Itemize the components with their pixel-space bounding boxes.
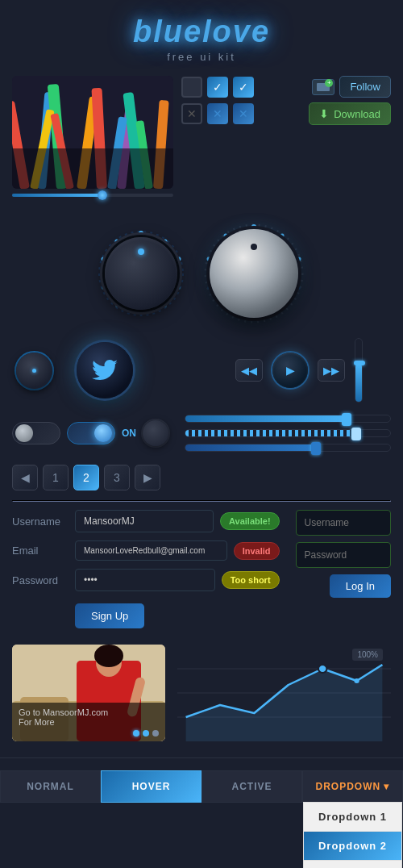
small-knob-wrap xyxy=(16,353,52,389)
toggle-thumb-off xyxy=(15,424,33,442)
svg-point-28 xyxy=(297,286,301,290)
dropdown-item-2[interactable]: Dropdown 2 xyxy=(304,832,401,861)
username-badge: Available! xyxy=(220,512,280,530)
svg-point-21 xyxy=(102,257,106,261)
slider-2[interactable] xyxy=(185,429,391,437)
page-2[interactable]: 2 xyxy=(73,465,99,490)
twitter-playback-section: ◀◀ ▶ ▶▶ xyxy=(0,334,403,407)
svg-point-18 xyxy=(177,286,181,290)
login-button[interactable]: Log In xyxy=(330,574,391,598)
slider-2-fill xyxy=(185,430,359,436)
svg-point-19 xyxy=(164,304,167,307)
email-input[interactable] xyxy=(75,540,227,561)
password-input[interactable] xyxy=(75,569,215,591)
svg-point-15 xyxy=(139,231,143,236)
media-controls-right: ✓ ✓ + Follow ✕ ✕ xyxy=(181,76,391,205)
slider-2-thumb xyxy=(351,428,361,440)
tab-active[interactable]: ACTIVE xyxy=(202,770,302,803)
checkbox-x1[interactable]: ✕ xyxy=(181,103,202,124)
play-button[interactable]: ▶ xyxy=(272,353,308,388)
checkbox-2[interactable]: ✓ xyxy=(207,77,228,98)
media-section: ✓ ✓ + Follow ✕ ✕ xyxy=(0,68,403,213)
checkbox-row-2: ✕ ✕ ✕ ⬇ Download xyxy=(181,102,391,125)
checkbox-3[interactable]: ✓ xyxy=(233,77,254,98)
sliders-column xyxy=(185,415,391,452)
page-3[interactable]: 3 xyxy=(104,465,130,490)
toggle-knob-small[interactable] xyxy=(143,420,168,446)
pagination-section: ◀ 1 2 3 ▶ xyxy=(0,460,403,500)
slider-3-thumb xyxy=(311,442,321,455)
download-label: Download xyxy=(334,108,380,120)
knob-indicator xyxy=(138,248,144,255)
username-label: Username xyxy=(12,515,69,528)
toggle-slider-section: ON xyxy=(0,407,403,460)
media-thumbnail xyxy=(12,76,173,189)
svg-point-31 xyxy=(207,286,210,290)
email-label: Email xyxy=(12,545,69,557)
password-badge: Too short xyxy=(222,571,280,589)
knob-dark[interactable] xyxy=(105,237,177,310)
password-label: Password xyxy=(12,574,69,586)
media-progress-bar[interactable] xyxy=(12,194,173,205)
slider-1[interactable] xyxy=(185,415,391,423)
media2-chart-section: Go to MansoorMJ.com For More 100% xyxy=(0,636,403,749)
toggle-on-label: ON xyxy=(122,428,136,439)
dot-3 xyxy=(152,730,159,737)
knobs-section xyxy=(0,213,403,334)
username-row: Username Available! xyxy=(12,510,280,532)
svg-rect-13 xyxy=(12,148,173,189)
dot-2 xyxy=(143,730,149,737)
form-right: Log In xyxy=(296,510,391,628)
toggle-on[interactable] xyxy=(67,422,115,444)
tab-hover[interactable]: HOVER xyxy=(101,770,202,803)
tab-dropdown[interactable]: DROPDOWN ▾ Dropdown 1 Dropdown 2 Dropdow… xyxy=(302,770,403,803)
chart-area: 100% xyxy=(177,645,391,741)
volume-fill xyxy=(355,364,362,402)
forward-button[interactable]: ▶▶ xyxy=(318,359,345,382)
volume-thumb xyxy=(354,361,365,365)
download-button[interactable]: ⬇ Download xyxy=(309,102,391,125)
header: bluelove free ui kit xyxy=(0,0,403,68)
app-title: bluelove xyxy=(0,15,403,49)
checkbox-x3[interactable]: ✕ xyxy=(233,103,254,124)
rewind-button[interactable]: ◀◀ xyxy=(235,359,263,382)
password-row: Password Too short xyxy=(12,569,280,591)
toggle-thumb-on xyxy=(94,424,112,442)
media-player-left xyxy=(12,76,173,205)
checkbox-row-1: ✓ ✓ + Follow xyxy=(181,76,391,98)
follow-label: Follow xyxy=(350,81,380,93)
svg-point-45 xyxy=(318,665,327,673)
dropdown-menu: Dropdown 1 Dropdown 2 Dropdown 3 xyxy=(303,802,402,868)
knob-silver[interactable] xyxy=(210,229,298,318)
small-knob[interactable] xyxy=(16,353,52,389)
media2-dots xyxy=(19,730,159,737)
media2-overlay-subtext: For More xyxy=(19,717,159,727)
toggle-off[interactable] xyxy=(12,422,60,444)
dropdown-item-3[interactable]: Dropdown 3 xyxy=(304,861,401,868)
nav-tabs: NORMAL HOVER ACTIVE DROPDOWN ▾ Dropdown … xyxy=(0,770,403,803)
checkbox-x2[interactable]: ✕ xyxy=(207,103,228,124)
slider-1-fill xyxy=(185,415,349,422)
page-next[interactable]: ▶ xyxy=(135,465,160,490)
twitter-button[interactable] xyxy=(77,342,133,399)
follow-button[interactable]: Follow xyxy=(339,76,391,98)
email-badge: Invalid xyxy=(234,542,280,560)
slider-3[interactable] xyxy=(185,444,391,452)
page-prev[interactable]: ◀ xyxy=(12,465,38,490)
login-password[interactable] xyxy=(296,542,391,568)
checkbox-1[interactable] xyxy=(181,77,202,98)
app-subtitle: free ui kit xyxy=(0,51,403,63)
tab-normal[interactable]: NORMAL xyxy=(0,770,101,803)
dropdown-item-1[interactable]: Dropdown 1 xyxy=(304,803,401,832)
media2-overlay-text: Go to MansoorMJ.com xyxy=(19,707,159,717)
svg-point-27 xyxy=(297,257,301,261)
page-1[interactable]: 1 xyxy=(43,465,69,490)
volume-slider[interactable] xyxy=(355,338,363,403)
username-input[interactable] xyxy=(75,510,214,532)
svg-point-30 xyxy=(207,257,211,261)
form-section: Username Available! Email Invalid Passwo… xyxy=(0,502,403,636)
media2-thumbnail: Go to MansoorMJ.com For More xyxy=(12,645,165,741)
svg-point-16 xyxy=(164,240,168,244)
signup-button[interactable]: Sign Up xyxy=(75,603,144,628)
login-username[interactable] xyxy=(296,510,391,536)
